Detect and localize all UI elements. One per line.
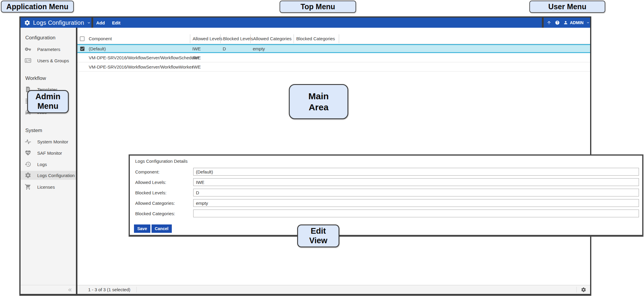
statusbar-divider xyxy=(136,287,137,292)
cell-component: VM-DPE-SRV2016/WorkflowServer/WorkflowSc… xyxy=(89,55,190,60)
cell-component: (Default) xyxy=(89,46,190,51)
add-button[interactable]: Add xyxy=(96,20,105,25)
field-label: Blocked Categories: xyxy=(135,211,193,216)
sidebar-item-licenses[interactable]: Licenses xyxy=(21,183,76,191)
column-header-blocked-levels[interactable]: Blocked Levels xyxy=(220,34,250,43)
save-button[interactable]: Save xyxy=(134,224,150,233)
user-menu-area: ADMIN xyxy=(544,18,590,28)
application-menu-dropdown[interactable]: Logs Configuration xyxy=(21,18,91,28)
callout-application-menu: Application Menu xyxy=(1,1,74,13)
sidebar-item-label: SAF Monitor xyxy=(37,151,62,156)
cell-component: VM-DPE-SRV2016/WorkflowServer/WorkflowWo… xyxy=(89,64,190,69)
form-row-component: Component: xyxy=(135,168,639,176)
edit-button[interactable]: Edit xyxy=(112,20,120,25)
edit-view-panel: Logs Configuration Details Component: Al… xyxy=(129,154,643,237)
sidebar-item-saf-monitor[interactable]: SAF Monitor xyxy=(21,149,76,157)
select-all-checkbox[interactable] xyxy=(80,36,85,41)
cell-blocked-levels: D xyxy=(220,46,250,51)
cell-allowed-levels: IWE xyxy=(190,55,220,60)
callout-label: View xyxy=(309,236,327,246)
top-bar: Logs Configuration Add Edit xyxy=(21,18,590,28)
sidebar-item-label: Logs xyxy=(37,162,47,167)
top-menu: Add Edit xyxy=(93,18,542,28)
sidebar-item-system-monitor[interactable]: System Monitor xyxy=(21,137,76,146)
history-icon xyxy=(25,161,31,168)
heart-pulse-icon xyxy=(25,150,31,156)
blocked-categories-field[interactable] xyxy=(193,210,639,217)
form-row-blocked-categories: Blocked Categories: xyxy=(135,210,639,217)
cell-allowed-levels: IWE xyxy=(190,46,220,51)
form-row-allowed-levels: Allowed Levels: xyxy=(135,178,639,186)
allowed-categories-field[interactable] xyxy=(193,199,639,207)
table-row[interactable]: VM-DPE-SRV2016/WorkflowServer/WorkflowWo… xyxy=(77,62,590,72)
chevron-down-icon xyxy=(87,21,91,25)
sidebar-item-label: Users & Groups xyxy=(37,58,69,63)
field-label: Allowed Categories: xyxy=(135,201,193,206)
sidebar-section-system: System xyxy=(25,127,42,134)
sidebar-item-logs[interactable]: Logs xyxy=(21,160,76,168)
gear-icon xyxy=(581,287,586,292)
column-header-allowed-levels[interactable]: Allowed Levels xyxy=(190,34,220,43)
form-row-blocked-levels: Blocked Levels: xyxy=(135,189,639,196)
sidebar-item-label: System Monitor xyxy=(37,139,68,144)
sidebar-item-logs-configuration[interactable]: Logs Configuration xyxy=(21,171,76,180)
cart-icon xyxy=(25,184,31,190)
column-header-blocked-categories[interactable]: Blocked Categories xyxy=(294,34,339,43)
gear-icon xyxy=(25,172,31,179)
double-chevron-left-icon: « xyxy=(68,286,72,294)
table-settings-button[interactable] xyxy=(581,287,586,292)
key-icon xyxy=(25,46,31,52)
column-header-filler xyxy=(339,34,590,43)
row-count-summary: 1 - 3 of 3 (1 selected) xyxy=(88,287,130,292)
form-row-allowed-categories: Allowed Categories: xyxy=(135,199,639,207)
field-label: Allowed Levels: xyxy=(135,180,193,185)
callout-user-menu: User Menu xyxy=(529,1,605,13)
table-header: Component Allowed Levels Blocked Levels … xyxy=(77,33,590,44)
page: Logs Configuration Add Edit xyxy=(0,0,644,296)
callout-label: Top Menu xyxy=(300,2,335,11)
callout-label: Menu xyxy=(38,102,59,111)
sidebar-collapse-button[interactable]: « xyxy=(21,285,76,294)
sidebar-section-workflow: Workflow xyxy=(25,75,46,82)
callout-admin-menu: Admin Menu xyxy=(27,90,69,113)
callout-label: User Menu xyxy=(548,2,587,11)
help-icon[interactable] xyxy=(555,20,560,25)
sidebar-section-configuration: Configuration xyxy=(25,35,55,41)
callout-top-menu: Top Menu xyxy=(280,1,356,13)
sidebar-item-users-groups[interactable]: Users & Groups xyxy=(21,56,76,65)
app-title: Logs Configuration xyxy=(33,19,84,26)
gear-icon xyxy=(24,20,30,26)
callout-edit-view: Edit View xyxy=(297,224,339,247)
callout-main-area: Main Area xyxy=(289,84,348,119)
field-label: Blocked Levels: xyxy=(135,190,193,195)
column-header-allowed-categories[interactable]: Allowed Categories xyxy=(250,34,294,43)
callout-label: Admin xyxy=(35,92,60,102)
status-bar: 1 - 3 of 3 (1 selected) xyxy=(77,285,590,294)
sidebar-item-parameters[interactable]: Parameters xyxy=(21,45,76,53)
id-card-icon xyxy=(25,57,31,64)
panel-title: Logs Configuration Details xyxy=(135,159,188,164)
sidebar-item-label: Logs Configuration xyxy=(37,173,75,178)
callout-label: Edit xyxy=(311,227,326,236)
chevron-down-icon[interactable] xyxy=(586,21,590,25)
callout-label: Main xyxy=(308,91,329,102)
checked-checkbox-icon[interactable] xyxy=(79,46,85,52)
statusbar-divider xyxy=(576,287,577,292)
table-row[interactable]: VM-DPE-SRV2016/WorkflowServer/WorkflowSc… xyxy=(77,53,590,62)
column-header-component[interactable]: Component xyxy=(89,36,190,41)
component-field[interactable] xyxy=(193,168,639,176)
up-arrow-icon[interactable] xyxy=(547,20,551,25)
allowed-levels-field[interactable] xyxy=(193,178,639,186)
field-label: Component: xyxy=(135,169,193,174)
pulse-icon xyxy=(25,138,31,145)
user-menu-label[interactable]: ADMIN xyxy=(570,20,584,25)
cell-allowed-categories: empty xyxy=(250,46,294,51)
table-row[interactable]: (Default) IWE D empty xyxy=(77,44,590,53)
form-buttons: Save Cancel xyxy=(134,224,172,233)
blocked-levels-field[interactable] xyxy=(193,189,639,196)
sidebar: Configuration Parameters Users & Groups … xyxy=(21,28,76,294)
cancel-button[interactable]: Cancel xyxy=(152,224,172,233)
cell-allowed-levels: IWE xyxy=(190,64,220,69)
sidebar-item-label: Licenses xyxy=(37,185,55,190)
person-icon[interactable] xyxy=(563,20,568,25)
